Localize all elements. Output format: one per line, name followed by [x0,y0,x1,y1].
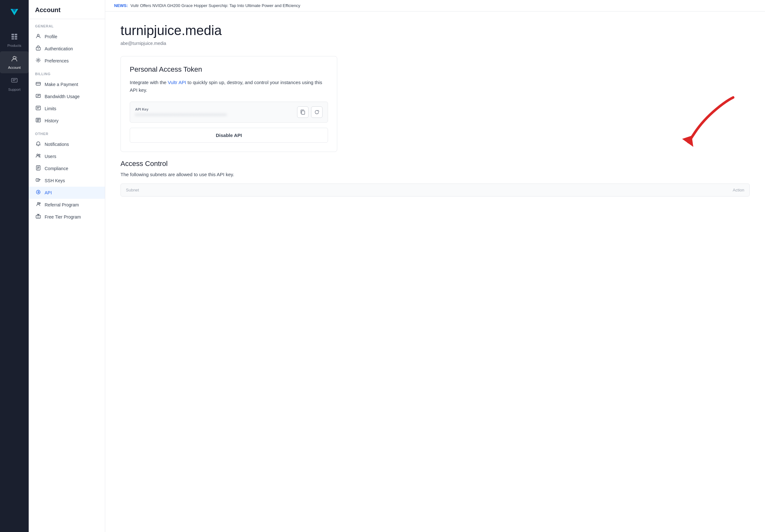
svg-rect-28 [36,215,40,218]
referral-icon [35,202,41,208]
nav-users[interactable]: Users [29,150,105,162]
page-body: turnipjuice.media abe@turnipjuice.media … [105,11,765,532]
products-label: Products [7,44,21,48]
action-col-label: Action [733,188,744,192]
support-icon [11,77,18,86]
account-label: Account [8,66,21,70]
svg-rect-7 [11,38,14,40]
svg-marker-30 [682,136,693,147]
nav-history[interactable]: History [29,115,105,127]
svg-rect-18 [36,106,40,110]
section-other: OTHER [29,127,105,138]
svg-rect-8 [15,38,17,40]
svg-point-14 [38,48,39,49]
svg-point-10 [15,57,17,59]
svg-rect-16 [36,83,40,85]
arrow-annotation [669,94,739,153]
svg-rect-11 [11,78,17,82]
access-control-table-header: Subnet Action [121,183,750,196]
account-icon [11,55,18,64]
products-icon [11,33,18,42]
disable-api-button[interactable]: Disable API [130,128,328,143]
sidebar-item-products[interactable]: Products [0,29,29,51]
left-sidebar: Account GENERAL Profile Authentication P… [29,0,105,532]
preferences-icon [35,58,41,64]
svg-point-15 [38,60,39,61]
nav-notifications[interactable]: Notifications [29,138,105,150]
api-key-value: ••••••••••••••••••••••••••••••••••••••••… [135,113,297,117]
news-label: NEWS: [114,3,128,8]
svg-point-20 [37,154,39,156]
svg-rect-3 [11,34,14,35]
news-bar: NEWS: Vultr Offers NVIDIA GH200 Grace Ho… [105,0,765,11]
api-key-field: API Key ••••••••••••••••••••••••••••••••… [130,102,328,123]
support-label: Support [8,88,21,92]
nav-preferences[interactable]: Preferences [29,55,105,67]
vultr-api-link[interactable]: Vultr API [168,80,186,85]
svg-rect-4 [15,34,17,35]
pat-description: Integrate with the Vultr API to quickly … [130,79,328,94]
sidebar-item-account[interactable]: Account [0,51,29,73]
svg-rect-29 [302,111,305,115]
account-email: abe@turnipjuice.media [121,41,750,46]
nav-free-tier-program[interactable]: Free Tier Program [29,211,105,223]
sidebar-title: Account [29,0,105,19]
copy-api-key-button[interactable] [297,107,309,118]
pat-title: Personal Access Token [130,65,328,74]
api-icon [35,189,41,196]
ssh-icon [35,177,41,184]
news-text: Vultr Offers NVIDIA GH200 Grace Hopper S… [130,3,300,8]
nav-api[interactable]: API [29,187,105,199]
subnet-col-label: Subnet [126,188,139,192]
icon-sidebar: Products Account Support [0,0,29,532]
authentication-icon [35,46,41,52]
nav-ssh-keys[interactable]: SSH Keys [29,174,105,187]
nav-make-a-payment[interactable]: Make a Payment [29,78,105,91]
api-key-label: API Key [135,107,297,111]
svg-point-12 [37,34,39,36]
limits-icon [35,106,41,112]
vultr-logo [7,5,21,19]
section-general: GENERAL [29,19,105,31]
regenerate-api-key-button[interactable] [311,107,323,118]
history-icon [35,118,41,124]
nav-bandwidth-usage[interactable]: Bandwidth Usage [29,91,105,103]
compliance-icon [35,165,41,172]
nav-profile[interactable]: Profile [29,31,105,43]
free-tier-icon [35,214,41,220]
account-name: turnipjuice.media [121,23,750,38]
nav-limits[interactable]: Limits [29,103,105,115]
notifications-icon [35,141,41,147]
main-content: NEWS: Vultr Offers NVIDIA GH200 Grace Ho… [105,0,765,532]
profile-icon [35,33,41,40]
personal-access-token-card: Personal Access Token Integrate with the… [121,56,337,152]
svg-rect-5 [11,36,14,38]
api-key-actions [297,107,323,118]
api-key-inner: API Key ••••••••••••••••••••••••••••••••… [135,107,297,117]
access-control-desc: The following subnets are allowed to use… [121,172,750,177]
svg-rect-6 [15,36,17,38]
svg-point-27 [39,203,40,204]
svg-point-21 [39,154,40,155]
svg-point-26 [38,203,39,204]
nav-referral-program[interactable]: Referral Program [29,199,105,211]
nav-authentication[interactable]: Authentication [29,43,105,55]
access-control-title: Access Control [121,159,750,168]
svg-point-24 [38,180,39,181]
nav-compliance[interactable]: Compliance [29,162,105,174]
users-icon [35,153,41,159]
access-control-section: Access Control The following subnets are… [121,159,750,196]
bandwidth-icon [35,93,41,100]
section-billing: BILLING [29,67,105,78]
sidebar-item-support[interactable]: Support [0,73,29,95]
payment-icon [35,81,41,88]
